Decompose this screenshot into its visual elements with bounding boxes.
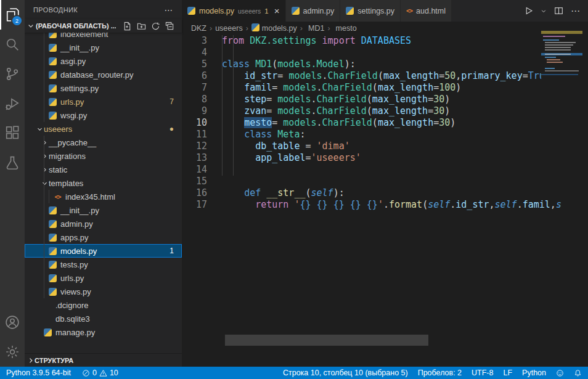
code-line-12: 12 db_table = 'dima' <box>182 141 588 152</box>
breadcrumb-label: mesto <box>336 24 357 33</box>
tree-item-indexelement[interactable]: indexelement <box>25 33 182 41</box>
split-editor-icon[interactable] <box>554 6 563 15</box>
new-folder-icon[interactable] <box>137 22 146 31</box>
tree-item-urls.py[interactable]: urls.py7 <box>25 95 182 108</box>
tree-item-useeers[interactable]: useeers● <box>25 122 182 136</box>
status-bar-right: Строка 10, столбец 10 (выбрано 5)Пробело… <box>283 369 582 377</box>
breadcrumb-item-models.py[interactable]: models.py <box>251 23 297 33</box>
new-file-icon[interactable] <box>123 22 132 31</box>
code-token: ( <box>378 70 383 81</box>
explorer-more-actions-icon[interactable]: ⋯ <box>165 5 173 15</box>
breadcrumb-separator: › <box>300 24 303 33</box>
code-token: {} <box>367 199 378 210</box>
activity-item-extensions[interactable] <box>0 118 25 148</box>
breadcrumb-item-useeers[interactable]: useeers <box>215 24 242 33</box>
tree-item-manage.py[interactable]: manage.py <box>25 325 182 339</box>
tree-item-__pycache__[interactable]: __pycache__ <box>25 136 182 149</box>
tree-item-db.sqlite3[interactable]: db.sqlite3 <box>25 312 182 325</box>
code-token <box>345 199 350 210</box>
horizontal-scrollbar[interactable] <box>225 335 428 346</box>
tree-item-static[interactable]: static <box>25 163 182 176</box>
tree-item-tests.py[interactable]: tests.py <box>25 258 182 271</box>
close-icon[interactable]: × <box>274 6 280 15</box>
line-number: 12 <box>182 141 222 152</box>
line-number: 14 <box>182 164 222 176</box>
minimap-content <box>547 59 560 60</box>
cursor-position[interactable]: Строка 10, столбец 10 (выбрано 5) <box>283 369 408 377</box>
play-icon[interactable] <box>524 6 533 15</box>
tab-admin.py[interactable]: admin.py <box>286 0 341 22</box>
tree-item-settings.py[interactable]: settings.py <box>25 81 182 95</box>
code-text: def __str__(self): <box>222 187 345 199</box>
eol-sequence[interactable]: LF <box>503 369 512 377</box>
breadcrumb-item-dkz[interactable]: DKZ <box>191 24 206 33</box>
ellipsis-icon[interactable]: ⋯ <box>571 6 581 17</box>
explorer-title: ПРОВОДНИК <box>33 6 78 14</box>
tab-settings.py[interactable]: settings.py <box>340 0 401 22</box>
code-token: self <box>428 199 450 210</box>
python-icon <box>48 247 57 255</box>
encoding-label: UTF-8 <box>472 369 493 377</box>
minimap-content <box>545 49 571 51</box>
tree-item-urls.py[interactable]: urls.py <box>25 271 182 285</box>
tree-item-wsgi.py[interactable]: wsgi.py <box>25 108 182 122</box>
tree-item-label: database_roouter.py <box>60 70 134 79</box>
code-token: . <box>311 94 317 105</box>
activity-item-search[interactable] <box>0 30 25 59</box>
tab-aud.html[interactable]: <>aud.html <box>401 0 452 22</box>
line-number: 16 <box>182 187 222 199</box>
python-interpreter[interactable]: Python 3.9.5 64-bit <box>6 369 71 377</box>
tree-item-asgi.py[interactable]: asgi.py <box>25 54 182 68</box>
line-number: 5 <box>182 59 222 70</box>
activity-item-run-and-debug[interactable] <box>0 89 25 118</box>
chevron-right-icon <box>27 357 35 364</box>
tree-item-models.py[interactable]: models.py1 <box>25 244 182 258</box>
tree-item-migrations[interactable]: migrations <box>25 149 182 163</box>
tree-item-label: index345.html <box>65 192 115 202</box>
minimap[interactable] <box>541 31 582 84</box>
code-token: ) <box>450 117 455 128</box>
code-token: = <box>305 152 311 163</box>
tab-models.py[interactable]: models.pyuseeers1× <box>182 0 286 22</box>
minimap-content <box>543 39 559 41</box>
code-token: models <box>283 117 316 128</box>
code-text: from DKZ.settings import DATABASES <box>222 35 411 47</box>
activity-item-explorer[interactable]: 2 <box>0 0 25 30</box>
tree-item-__init__.py[interactable]: __init__.py <box>25 41 182 54</box>
activity-item-settings[interactable] <box>0 337 25 367</box>
chevron-down-icon[interactable] <box>541 8 547 14</box>
code-token: = <box>272 82 283 93</box>
tree-item-views.py[interactable]: views.py <box>25 285 182 298</box>
python-icon <box>48 234 57 242</box>
notifications-bell[interactable] <box>574 369 582 377</box>
tree-item-templates[interactable]: templates <box>25 176 182 190</box>
workspace-section-header[interactable]: (РАБОЧАЯ ОБЛАСТЬ) ... <box>25 19 182 33</box>
breadcrumb-item-mesto[interactable]: mesto <box>333 24 357 33</box>
code-editor[interactable]: 3from DKZ.settings import DATABASES45cla… <box>182 35 588 367</box>
refresh-icon[interactable] <box>151 22 160 31</box>
language-mode[interactable]: Python <box>522 369 546 377</box>
breadcrumb-item-md1[interactable]: MD1 <box>306 24 324 33</box>
code-token: . <box>322 70 328 81</box>
activity-item-source-control[interactable] <box>0 59 25 89</box>
tree-item-label: indexelement <box>60 33 108 39</box>
breadcrumb-separator: › <box>210 24 212 33</box>
code-token: ) <box>455 82 461 93</box>
tree-item-label: urls.py <box>60 97 84 107</box>
collapse-all-icon[interactable] <box>165 22 174 31</box>
activity-item-account[interactable] <box>0 308 25 337</box>
activity-item-testing[interactable] <box>0 148 25 177</box>
problems-indicator[interactable]: 010 <box>82 369 118 377</box>
tree-item-admin.py[interactable]: admin.py <box>25 217 182 230</box>
tree-item-.dcignore[interactable]: .dcignore <box>25 298 182 312</box>
code-token: ): <box>345 59 356 70</box>
indentation[interactable]: Пробелов: 2 <box>418 369 462 377</box>
tree-item-apps.py[interactable]: apps.py <box>25 230 182 244</box>
html-icon: <> <box>53 194 62 200</box>
tree-item-database_roouter.py[interactable]: database_roouter.py <box>25 68 182 81</box>
feedback-button[interactable] <box>556 369 564 377</box>
tree-item-__init__.py[interactable]: __init__.py <box>25 203 182 217</box>
outline-section-header[interactable]: СТРУКТУРА <box>25 353 182 367</box>
encoding[interactable]: UTF-8 <box>472 369 493 377</box>
html-icon: <> <box>406 7 412 14</box>
